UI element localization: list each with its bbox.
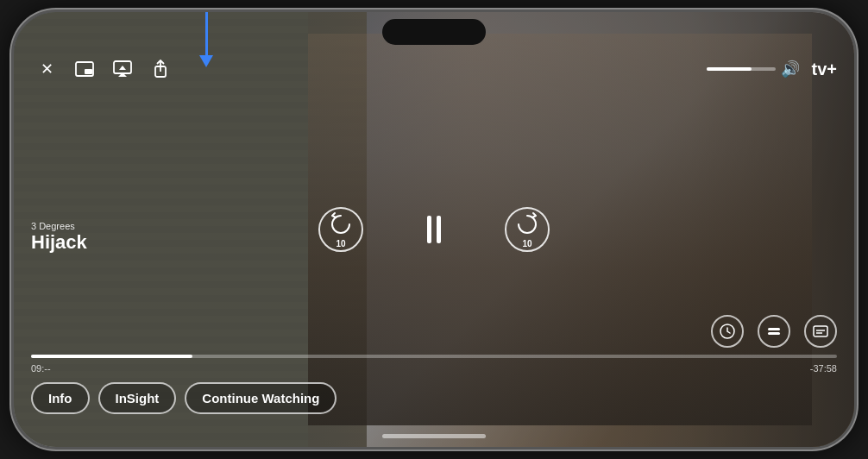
phone-frame: ✕ — [11, 9, 857, 450]
forward-10-button[interactable]: 10 — [505, 207, 550, 252]
blue-arrow-indicator — [199, 12, 213, 67]
share-button[interactable] — [145, 53, 176, 85]
pause-icon — [427, 216, 441, 243]
progress-fill — [31, 355, 192, 358]
phone-container: ✕ — [0, 0, 868, 459]
info-button[interactable]: Info — [31, 382, 90, 414]
continue-watching-button[interactable]: Continue Watching — [185, 382, 337, 414]
airplay-button[interactable] — [107, 53, 138, 85]
arrow-shaft — [205, 12, 208, 55]
dynamic-island — [382, 19, 486, 45]
volume-fill — [707, 67, 752, 71]
close-button[interactable]: ✕ — [31, 53, 62, 85]
show-subtitle: 3 Degrees — [31, 221, 87, 231]
forward-label: 10 — [522, 239, 531, 248]
pause-button[interactable] — [415, 211, 453, 248]
show-title-area: 3 Degrees Hijack — [31, 221, 87, 254]
time-remaining: -37:58 — [810, 363, 837, 374]
top-right-controls: 🔊 tv+ — [707, 60, 837, 79]
right-side-controls — [711, 315, 837, 348]
power-button[interactable] — [854, 167, 857, 236]
svg-rect-10 — [814, 326, 827, 336]
bottom-action-buttons: Info InSight Continue Watching — [31, 382, 337, 414]
arrow-head — [199, 55, 213, 67]
time-labels: 09:-- -37:58 — [31, 363, 837, 374]
top-controls-bar: ✕ — [14, 53, 854, 85]
center-playback-controls: 10 10 — [318, 207, 550, 252]
progress-track[interactable] — [31, 355, 837, 358]
subtitles-button[interactable] — [804, 315, 837, 348]
show-name: Hijack — [31, 231, 87, 254]
volume-control[interactable]: 🔊 — [707, 60, 800, 79]
pip-button[interactable] — [69, 53, 100, 85]
pause-bar-left — [427, 216, 431, 243]
home-indicator — [382, 434, 486, 438]
svg-rect-8 — [768, 328, 780, 330]
insight-button[interactable]: InSight — [98, 382, 177, 414]
appletv-text: tv+ — [812, 60, 837, 79]
volume-track — [707, 67, 776, 71]
pause-bar-right — [437, 216, 441, 243]
playback-speed-button[interactable] — [711, 315, 744, 348]
audio-button[interactable] — [758, 315, 790, 348]
volume-icon: 🔊 — [781, 60, 800, 79]
volume-button[interactable] — [11, 124, 14, 167]
time-elapsed: 09:-- — [31, 363, 51, 374]
appletv-logo: tv+ — [810, 60, 837, 79]
progress-container[interactable]: 09:-- -37:58 — [31, 355, 837, 374]
svg-rect-9 — [768, 332, 780, 335]
rewind-label: 10 — [336, 239, 345, 248]
svg-marker-4 — [119, 66, 126, 70]
rewind-10-button[interactable]: 10 — [318, 207, 363, 252]
svg-rect-1 — [85, 69, 92, 74]
